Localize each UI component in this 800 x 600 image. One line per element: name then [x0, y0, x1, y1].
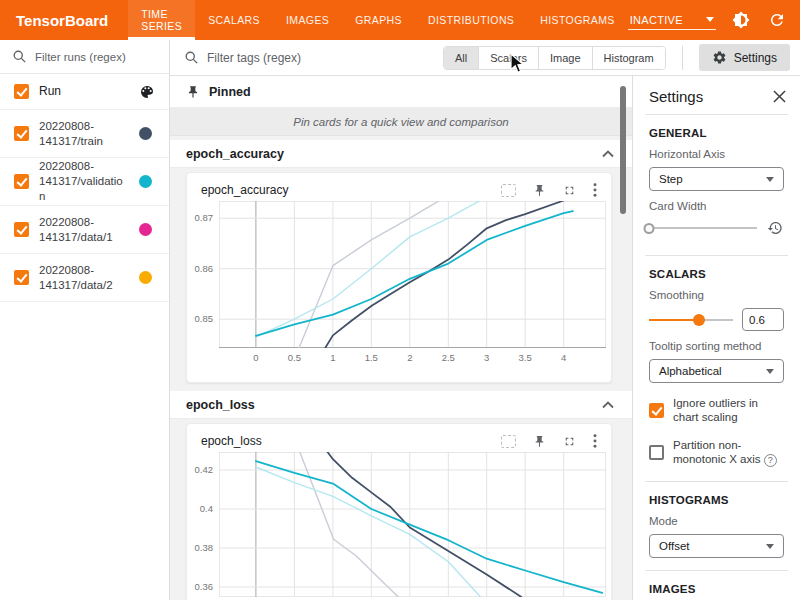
svg-text:0.87: 0.87 [195, 212, 214, 223]
run-label: 20220808-141317/validation [39, 159, 129, 204]
svg-text:2: 2 [407, 352, 412, 363]
slider-handle[interactable] [644, 223, 655, 234]
horizontal-axis-value: Step [659, 173, 683, 185]
filter-runs-input[interactable] [35, 51, 145, 63]
tooltip-sorting-value: Alphabetical [659, 365, 722, 377]
fit-to-data-icon[interactable] [501, 435, 516, 448]
run-checkbox[interactable] [14, 270, 29, 285]
tab-histograms[interactable]: HISTOGRAMS [527, 0, 627, 40]
tab-images[interactable]: IMAGES [273, 0, 342, 40]
tooltip-sorting-label: Tooltip sorting method [649, 340, 784, 352]
group-heading: HISTOGRAMS [649, 494, 784, 506]
vertical-scrollbar[interactable] [620, 86, 626, 214]
reload-status-dropdown[interactable]: INACTIVE [628, 11, 716, 30]
settings-group-scalars: SCALARS Smoothing Tooltip sorting method… [645, 256, 788, 481]
tab-distributions[interactable]: DISTRIBUTIONS [415, 0, 527, 40]
run-row-validation[interactable]: 20220808-141317/validation [0, 158, 169, 206]
group-heading: SCALARS [649, 268, 784, 280]
settings-button-label: Settings [734, 51, 777, 65]
scalar-card-epoch-loss: epoch_loss 0.360.380.40.42 [186, 423, 612, 600]
gear-icon [712, 50, 727, 65]
runs-column-label: Run [39, 84, 129, 100]
section-header-epoch-accuracy[interactable]: epoch_accuracy [170, 140, 632, 168]
partition-x-axis-checkbox[interactable] [649, 445, 664, 460]
caret-down-icon [766, 177, 774, 182]
tab-scalars[interactable]: SCALARS [195, 0, 273, 40]
horizontal-axis-label: Horizontal Axis [649, 148, 784, 160]
caret-down-icon [766, 544, 774, 549]
more-options-icon[interactable] [593, 434, 597, 448]
settings-group-images: IMAGES Brightness Contrast [645, 571, 788, 600]
svg-text:0.4: 0.4 [200, 503, 213, 514]
pinned-title: Pinned [209, 85, 251, 99]
fullscreen-icon[interactable] [563, 435, 576, 448]
tooltip-sorting-select[interactable]: Alphabetical [649, 359, 784, 383]
card-width-label: Card Width [649, 200, 784, 212]
svg-text:0.85: 0.85 [195, 313, 214, 324]
run-checkbox[interactable] [14, 222, 29, 237]
close-icon[interactable] [773, 90, 786, 103]
refresh-button[interactable] [766, 9, 788, 31]
pin-icon [186, 85, 200, 99]
pin-card-icon[interactable] [533, 435, 546, 448]
app-logo: TensorBoard [0, 0, 128, 40]
restore-icon [767, 220, 783, 236]
toolbar-divider [682, 46, 683, 70]
reset-card-width-button[interactable] [766, 219, 784, 237]
slider-handle[interactable] [693, 314, 705, 326]
partition-x-axis-label: Partition non-monotonic X axis ? [673, 438, 784, 468]
settings-panel: Settings GENERAL Horizontal Axis Step Ca… [632, 76, 800, 600]
run-color-dot[interactable] [139, 127, 152, 140]
run-checkbox[interactable] [14, 174, 29, 189]
group-heading: IMAGES [649, 583, 784, 595]
svg-text:0.42: 0.42 [195, 464, 214, 475]
help-icon[interactable]: ? [764, 454, 777, 467]
filter-tags-input[interactable] [207, 51, 435, 65]
main-nav-tabs: TIME SERIES SCALARS IMAGES GRAPHS DISTRI… [128, 0, 627, 40]
horizontal-axis-select[interactable]: Step [649, 167, 784, 191]
epoch-loss-chart[interactable]: 0.360.380.40.42 [187, 452, 611, 597]
search-icon [12, 49, 27, 64]
runs-sidebar: Run 20220808-141317/train 20220808-14131… [0, 40, 170, 600]
fullscreen-icon[interactable] [563, 184, 576, 197]
tag-type-filter-group: All Scalars Image Histogram [443, 46, 666, 70]
run-row-data2[interactable]: 20220808-141317/data/2 [0, 254, 169, 302]
theme-toggle-button[interactable] [730, 9, 752, 31]
tab-graphs[interactable]: GRAPHS [342, 0, 415, 40]
run-color-dot[interactable] [139, 175, 152, 188]
histogram-mode-label: Mode [649, 515, 784, 527]
chevron-up-icon[interactable] [602, 150, 614, 158]
card-width-slider[interactable] [649, 221, 757, 235]
smoothing-value-input[interactable] [742, 308, 784, 331]
select-all-runs-checkbox[interactable] [14, 84, 29, 99]
ignore-outliers-label: Ignore outliers in chart scaling [673, 396, 784, 425]
histogram-mode-select[interactable]: Offset [649, 534, 784, 558]
runs-header-row: Run [0, 74, 169, 110]
run-row-data1[interactable]: 20220808-141317/data/1 [0, 206, 169, 254]
pin-card-icon[interactable] [533, 184, 546, 197]
chevron-up-icon[interactable] [602, 401, 614, 409]
settings-group-histograms: HISTOGRAMS Mode Offset [645, 482, 788, 570]
run-label: 20220808-141317/data/2 [39, 263, 129, 293]
tab-time-series[interactable]: TIME SERIES [128, 0, 195, 40]
svg-text:3: 3 [484, 352, 489, 363]
run-color-dot[interactable] [139, 271, 152, 284]
run-label: 20220808-141317/data/1 [39, 215, 129, 245]
section-header-epoch-loss[interactable]: epoch_loss [170, 391, 632, 419]
ignore-outliers-checkbox[interactable] [649, 403, 664, 418]
filter-histogram-button[interactable]: Histogram [592, 47, 665, 69]
section-title: epoch_accuracy [186, 147, 284, 161]
epoch-accuracy-chart[interactable]: 00.511.522.533.540.850.860.87 [187, 201, 611, 366]
filter-image-button[interactable]: Image [538, 47, 592, 69]
smoothing-slider[interactable] [649, 313, 733, 327]
settings-button[interactable]: Settings [699, 44, 790, 71]
run-checkbox[interactable] [14, 126, 29, 141]
run-row-train[interactable]: 20220808-141317/train [0, 110, 169, 158]
more-options-icon[interactable] [593, 183, 597, 197]
fit-to-data-icon[interactable] [501, 184, 516, 197]
filter-all-button[interactable]: All [444, 47, 478, 69]
scalar-card-epoch-accuracy: epoch_accuracy 00.511.522.533.540.850.86… [186, 172, 612, 383]
palette-icon[interactable] [139, 84, 155, 100]
run-color-dot[interactable] [139, 223, 152, 236]
filter-scalars-button[interactable]: Scalars [478, 47, 538, 69]
